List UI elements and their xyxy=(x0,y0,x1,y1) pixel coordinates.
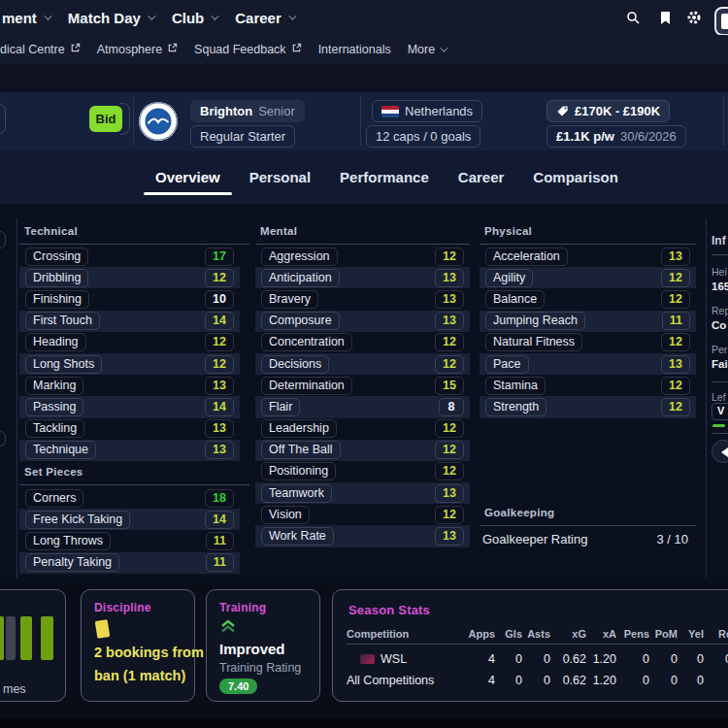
collapse-panel-button[interactable] xyxy=(711,440,728,463)
attribute-row[interactable]: Positioning12 xyxy=(255,461,470,482)
nationality-chip[interactable]: Netherlands xyxy=(372,100,482,122)
competition-label: All Competitions xyxy=(347,674,434,687)
stats-row-wsl[interactable]: WSL4000.621.200000 xyxy=(347,648,728,670)
attribute-row[interactable]: Work Rate13 xyxy=(255,525,470,546)
club-name: Brighton xyxy=(200,104,252,118)
discipline-card-title: Discipline xyxy=(94,601,151,614)
subnav-item-label: Squad Feedback xyxy=(194,43,286,56)
goalkeeper-rating-row[interactable]: Goalkeeper Rating 3 / 10 xyxy=(482,532,688,546)
playing-role-chip[interactable]: Regular Starter xyxy=(190,125,295,148)
profile-button-partial[interactable] xyxy=(714,7,728,36)
attribute-row[interactable]: Teamwork13 xyxy=(255,482,470,504)
attribute-row[interactable]: Anticipation13 xyxy=(255,267,470,288)
subnav-item-label: dical Centre xyxy=(0,43,65,56)
attribute-row[interactable]: Concentration12 xyxy=(255,332,470,353)
bid-button[interactable]: Bid xyxy=(89,106,122,132)
attribute-value: 12 xyxy=(435,462,464,480)
attribute-row[interactable]: Aggression12 xyxy=(255,246,470,267)
attribute-row[interactable]: Acceleration13 xyxy=(480,246,696,267)
attribute-row[interactable]: Off The Ball12 xyxy=(255,440,470,461)
attribute-row[interactable]: Passing14 xyxy=(19,396,240,417)
stats-column-header: xG xyxy=(550,628,586,640)
attribute-row[interactable]: Corners18 xyxy=(19,487,240,509)
subnav-item-internationals[interactable]: Internationals xyxy=(318,43,391,56)
nav-item-match-day[interactable]: Match Day xyxy=(68,10,153,26)
attribute-row[interactable]: Composure13 xyxy=(255,311,470,332)
tab-comparison[interactable]: Comparison xyxy=(521,150,630,204)
nav-item-ment[interactable]: ment xyxy=(2,10,50,26)
attribute-row[interactable]: Pace13 xyxy=(480,353,696,375)
goalkeeper-rating-label: Goalkeeper Rating xyxy=(482,532,587,546)
sub-nav-items: dical CentreAtmosphereSquad FeedbackInte… xyxy=(0,35,446,64)
form-bar xyxy=(20,616,32,660)
search-icon[interactable] xyxy=(620,5,645,30)
tab-performance[interactable]: Performance xyxy=(328,150,441,204)
form-caption-fragment: mes xyxy=(3,682,26,696)
attribute-row[interactable]: Technique13 xyxy=(19,440,240,461)
training-card[interactable]: Training Improved Training Rating 7.40 xyxy=(206,589,320,702)
attribute-row[interactable]: Leadership12 xyxy=(255,418,470,440)
stat-value: 0 xyxy=(704,652,728,666)
tab-label: Overview xyxy=(155,169,220,185)
info-field: RepCo xyxy=(711,305,728,331)
attribute-row[interactable]: Tackling13 xyxy=(19,418,240,440)
attribute-row[interactable]: Crossing17 xyxy=(19,246,240,267)
attribute-row[interactable]: Balance12 xyxy=(480,288,696,310)
player-tab-bar: OverviewPersonalPerformanceCareerCompari… xyxy=(0,150,728,204)
tab-personal[interactable]: Personal xyxy=(238,150,322,204)
club-squad-chip[interactable]: Brighton Senior xyxy=(190,100,305,122)
cut-attribute-chip xyxy=(0,431,6,447)
stat-value: 0 xyxy=(522,652,550,666)
tab-label: Career xyxy=(458,169,505,185)
attribute-row[interactable]: Natural Fitness12 xyxy=(480,332,696,353)
attribute-row[interactable]: Vision12 xyxy=(255,504,470,525)
attribute-row[interactable]: Free Kick Taking14 xyxy=(19,509,240,530)
chevron-down-icon xyxy=(211,12,218,19)
transfer-value-chip[interactable]: £170K - £190K xyxy=(546,100,670,122)
attribute-row[interactable]: Marking13 xyxy=(19,375,240,396)
attribute-row[interactable]: Determination15 xyxy=(255,375,470,396)
attribute-label: Bravery xyxy=(261,290,318,309)
tab-label: Personal xyxy=(249,169,311,185)
nav-item-label: Club xyxy=(172,10,204,26)
subnav-item-dical-centre[interactable]: dical Centre xyxy=(0,43,81,56)
attribute-label: Finishing xyxy=(25,290,89,309)
attribute-row[interactable]: Strength12 xyxy=(480,396,696,417)
attribute-row[interactable]: First Touch14 xyxy=(19,311,240,332)
attribute-row[interactable]: Agility12 xyxy=(480,267,696,288)
attribute-row[interactable]: Heading12 xyxy=(19,332,240,353)
attribute-label: Long Throws xyxy=(25,532,111,550)
attribute-value: 12 xyxy=(205,355,234,374)
external-link-icon xyxy=(70,43,81,56)
attribute-value: 12 xyxy=(661,398,690,416)
stats-column-header: Gls xyxy=(495,628,522,640)
discipline-card[interactable]: Discipline 2 bookings from ban (1 match) xyxy=(81,589,195,702)
subnav-item-squad-feedback[interactable]: Squad Feedback xyxy=(194,43,302,56)
settings-gear-icon[interactable] xyxy=(681,5,707,30)
attribute-label: Dribbling xyxy=(25,269,88,287)
nav-item-label: ment xyxy=(2,10,37,26)
attribute-row[interactable]: Dribbling12 xyxy=(19,267,240,288)
nav-item-club[interactable]: Club xyxy=(172,10,216,26)
attribute-row[interactable]: Stamina12 xyxy=(480,375,696,396)
discipline-text-line1: 2 bookings from xyxy=(94,645,204,660)
bookmark-icon[interactable] xyxy=(652,5,678,30)
attribute-row[interactable]: Finishing10 xyxy=(19,288,240,310)
tab-overview[interactable]: Overview xyxy=(144,150,232,204)
divider xyxy=(723,96,724,147)
attribute-row[interactable]: Penalty Taking11 xyxy=(19,552,240,574)
subnav-item-more[interactable]: More xyxy=(408,43,446,56)
attribute-row[interactable]: Long Shots12 xyxy=(19,353,240,375)
attribute-row[interactable]: Flair8 xyxy=(255,396,470,417)
tab-career[interactable]: Career xyxy=(447,150,516,204)
stats-row-all-competitions[interactable]: All Competitions4000.621.20000 xyxy=(347,670,728,691)
attribute-row[interactable]: Long Throws11 xyxy=(19,530,240,551)
subnav-item-atmosphere[interactable]: Atmosphere xyxy=(97,43,178,56)
attribute-row[interactable]: Bravery13 xyxy=(255,288,470,310)
squad-name: Senior xyxy=(258,104,295,118)
stats-column-header: Yel xyxy=(678,628,704,640)
top-nav-items: mentMatch DayClubCareer xyxy=(2,0,294,35)
attribute-row[interactable]: Decisions12 xyxy=(255,353,470,375)
attribute-row[interactable]: Jumping Reach11 xyxy=(480,311,696,332)
nav-item-career[interactable]: Career xyxy=(235,10,294,26)
